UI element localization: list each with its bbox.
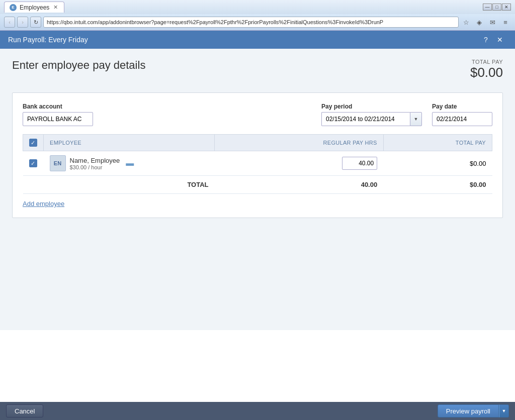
pay-date-group: Pay date [432,103,492,126]
totals-row: TOTAL 40.00 $0.00 [23,176,492,194]
employee-cell: EN Name, Employee $30.00 / hour ▬ [50,155,209,171]
th-total-pay: TOTAL PAY [383,135,492,151]
employee-name: Name, Employee [70,157,120,164]
star-icon[interactable]: ☆ [461,17,472,28]
total-pay-amount: $0.00 [470,65,503,80]
close-button[interactable]: ✕ [493,33,507,47]
bank-account-group: Bank account [23,103,93,126]
app-header-title: Run Payroll: Every Friday [8,36,479,44]
minimize-button[interactable]: — [483,4,492,11]
total-hours: 40.00 [215,176,384,194]
forward-button[interactable]: › [17,17,28,28]
page-header: Enter employee pay details TOTAL PAY $0.… [12,59,503,80]
th-regular-pay: REGULAR PAY HRS [215,135,384,151]
address-bar[interactable] [43,17,459,28]
account-icon[interactable]: ✉ [487,17,498,28]
total-label: TOTAL [44,176,215,194]
pay-period-dropdown-button[interactable]: ▼ [410,112,422,126]
tab-title: Employees [20,4,49,11]
extension-icon[interactable]: ◈ [474,17,485,28]
browser-tab[interactable]: E Employees ✕ [4,2,64,13]
close-window-button[interactable]: ✕ [502,4,511,11]
form-row-1: Bank account Pay period ▼ Pay date [23,103,492,126]
bank-account-input[interactable] [23,112,93,126]
form-section: Bank account Pay period ▼ Pay date [12,92,503,218]
page-title: Enter employee pay details [12,59,145,72]
pay-date-label: Pay date [432,103,492,110]
card-icon: ▬ [126,159,134,168]
row-checkbox[interactable]: ✓ [29,159,37,167]
bank-account-label: Bank account [23,103,93,110]
pay-period-select[interactable]: ▼ [321,112,422,126]
browser-chrome: E Employees ✕ — □ ✕ ‹ › ↻ ☆ ◈ ✉ ≡ [0,0,515,31]
add-employee-link[interactable]: Add employee [23,200,64,207]
avatar: EN [50,155,66,171]
total-pay-section: TOTAL PAY $0.00 [470,59,503,80]
refresh-button[interactable]: ↻ [30,17,41,28]
browser-icons: ☆ ◈ ✉ ≡ [461,17,511,28]
window-controls: — □ ✕ [483,4,511,11]
back-button[interactable]: ‹ [4,17,15,28]
tab-favicon: E [10,4,17,11]
employee-info: Name, Employee $30.00 / hour [70,157,120,170]
total-amount: $0.00 [383,176,492,194]
row-hours-cell [215,151,384,176]
main-content: Enter employee pay details TOTAL PAY $0.… [0,49,515,330]
total-pay-label: TOTAL PAY [470,59,503,65]
row-checkbox-cell: ✓ [23,151,44,176]
payroll-table: ✓ EMPLOYEE REGULAR PAY HRS TOTAL PAY ✓ E… [23,134,492,194]
select-all-checkbox[interactable]: ✓ [29,139,37,147]
pay-period-group: Pay period ▼ [321,103,422,126]
th-employee: EMPLOYEE [44,135,215,151]
maximize-button[interactable]: □ [492,4,501,11]
tab-close-button[interactable]: ✕ [52,4,59,11]
pay-period-input[interactable] [321,112,410,126]
app-header: Run Payroll: Every Friday ? ✕ [0,31,515,49]
pay-period-label: Pay period [321,103,422,110]
th-checkbox: ✓ [23,135,44,151]
menu-icon[interactable]: ≡ [500,17,511,28]
browser-titlebar: E Employees ✕ — □ ✕ [0,0,515,14]
row-employee-cell: EN Name, Employee $30.00 / hour ▬ [44,151,215,176]
total-empty-1 [23,176,44,194]
browser-controls: ‹ › ↻ ☆ ◈ ✉ ≡ [0,14,515,30]
help-button[interactable]: ? [479,33,493,47]
hours-input[interactable] [342,157,377,170]
table-row: ✓ EN Name, Employee $30.00 / hour ▬ [23,151,492,176]
employee-rate: $30.00 / hour [70,164,120,170]
row-total-cell: $0.00 [383,151,492,176]
pay-date-input[interactable] [432,112,492,126]
